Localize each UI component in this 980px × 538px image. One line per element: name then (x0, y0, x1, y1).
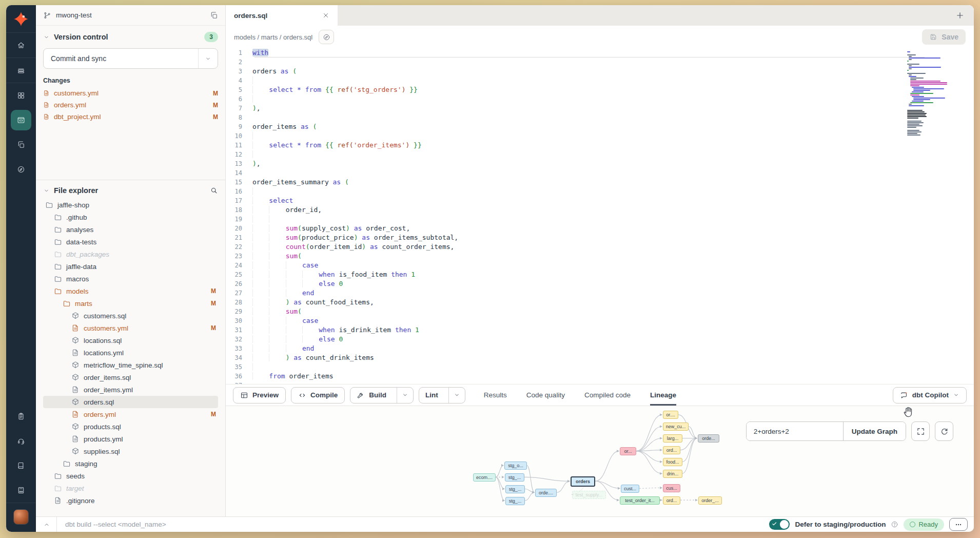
lineage-node-orde_g[interactable]: orde... (698, 434, 719, 443)
lineage-node-or_p[interactable]: or... (620, 447, 636, 455)
rail-clipboard-icon[interactable] (6, 404, 36, 429)
project-name: mwong-test (56, 11, 92, 19)
results-tab-results[interactable]: Results (484, 385, 507, 406)
file-tree-item[interactable]: customers.sql (43, 310, 218, 322)
model-icon (71, 361, 80, 369)
duplicate-icon[interactable] (210, 11, 218, 20)
file-tree-item[interactable]: macros (43, 273, 218, 285)
lineage-node-stg_o[interactable]: stg_o... (504, 462, 527, 470)
fullscreen-button[interactable] (911, 421, 930, 441)
lineage-node-orde_m[interactable]: orde.... (535, 489, 557, 497)
new-tab-button[interactable] (946, 5, 974, 26)
lineage-selector-input[interactable] (747, 422, 843, 440)
file-tree-item[interactable]: locations.yml (43, 347, 218, 359)
expand-icon (916, 427, 925, 436)
chevron-down-icon[interactable] (43, 34, 50, 41)
lineage-node-drin[interactable]: drin... (663, 470, 682, 478)
expand-panel-button[interactable] (41, 521, 52, 528)
dbt-logo-icon[interactable] (6, 5, 36, 33)
compile-button[interactable]: Compile (291, 387, 345, 404)
file-tree-item[interactable]: martsM (43, 297, 218, 310)
lineage-node-stg_1[interactable]: stg_... (505, 473, 524, 482)
defer-toggle[interactable] (769, 519, 790, 530)
file-tree-item[interactable]: seeds (43, 470, 218, 482)
lint-dropdown-chevron-icon[interactable] (448, 388, 465, 403)
code-editor[interactable]: 1with23orders as (4 5 select * from {{ r… (226, 48, 974, 384)
lineage-node-order_f[interactable]: order_... (698, 496, 722, 505)
commit-and-sync-select[interactable]: Commit and sync (43, 48, 218, 69)
editor-minimap[interactable] (907, 51, 947, 136)
model-icon (71, 398, 80, 406)
file-tree-item[interactable]: products.yml (43, 433, 218, 445)
divider (56, 517, 57, 532)
lineage-node-cus_p[interactable]: cus... (663, 484, 680, 492)
user-avatar[interactable] (13, 509, 29, 525)
rail-docs-icon[interactable] (6, 453, 36, 478)
file-tree-item[interactable]: analyses (43, 223, 218, 236)
rail-ide-icon[interactable] (6, 108, 36, 132)
dbt-copilot-button[interactable]: dbt Copilot (893, 387, 967, 404)
changed-file[interactable]: dbt_project.ymlM (43, 111, 218, 123)
lineage-node-ord_a[interactable]: ord... (663, 446, 680, 454)
save-button[interactable]: Save (922, 29, 966, 45)
rail-stack-icon[interactable] (6, 58, 36, 83)
file-tree-item[interactable]: data-tests (43, 236, 218, 248)
file-tree-item[interactable]: orders.sql (43, 396, 218, 408)
lineage-node-larg[interactable]: larg... (663, 434, 682, 443)
lineage-node-test_supply[interactable]: test_supply... (572, 491, 606, 499)
preview-button[interactable]: Preview (233, 387, 286, 404)
rail-copy-icon[interactable] (6, 132, 36, 157)
rail-terminal-icon[interactable] (6, 478, 36, 503)
file-tree-item[interactable]: products.sql (43, 420, 218, 433)
open-in-explore-button[interactable] (319, 30, 334, 44)
code-line: 33 end (226, 344, 974, 353)
file-tree-item[interactable]: staging (43, 457, 218, 470)
help-icon[interactable] (891, 521, 898, 528)
commit-dropdown-chevron-icon[interactable] (198, 49, 218, 68)
file-tree-item[interactable]: jaffle-shop (43, 199, 218, 211)
file-tree-item[interactable]: customers.ymlM (43, 322, 218, 334)
lineage-node-stg_2[interactable]: stg_... (505, 485, 525, 493)
rail-compass-icon[interactable] (6, 157, 36, 182)
lineage-node-food[interactable]: food... (663, 458, 682, 466)
chevron-down-icon[interactable] (43, 187, 50, 194)
changed-file[interactable]: customers.ymlM (43, 87, 218, 99)
search-icon[interactable] (210, 186, 218, 195)
results-tab-compiled-code[interactable]: Compiled code (584, 385, 631, 406)
lineage-node-or_y[interactable]: or.... (663, 411, 678, 419)
tab-orders-sql[interactable]: orders.sql (226, 5, 338, 26)
file-tree-item[interactable]: supplies.sql (43, 445, 218, 457)
lint-button[interactable]: Lint (419, 387, 465, 404)
lineage-node-ord_b[interactable]: ord... (663, 496, 680, 505)
results-tab-lineage[interactable]: Lineage (650, 385, 676, 406)
build-dropdown-chevron-icon[interactable] (397, 388, 413, 403)
command-input[interactable]: dbt build --select <model_name> (65, 521, 166, 528)
lineage-node-ecom[interactable]: ecom.... (473, 473, 496, 482)
rail-home-icon[interactable] (6, 33, 36, 57)
close-tab-icon[interactable] (322, 12, 329, 19)
lineage-node-orders[interactable]: orders (571, 476, 595, 487)
file-tree-item[interactable]: order_items.yml (43, 383, 218, 396)
results-tab-code-quality[interactable]: Code quality (526, 385, 565, 406)
update-graph-button[interactable]: Update Graph (843, 422, 906, 440)
more-options-button[interactable] (949, 518, 968, 531)
file-tree-item[interactable]: dbt_packages (43, 248, 218, 260)
lineage-node-cust[interactable]: cust... (621, 485, 639, 493)
lineage-node-stg_3[interactable]: stg_... (505, 497, 525, 505)
file-tree-item[interactable]: locations.sql (43, 334, 218, 347)
file-tree-item[interactable]: orders.ymlM (43, 408, 218, 420)
file-tree-item[interactable]: order_items.sql (43, 371, 218, 383)
changed-file[interactable]: orders.ymlM (43, 99, 218, 111)
file-tree-item[interactable]: .github (43, 211, 218, 223)
file-tree-item[interactable]: target (43, 482, 218, 494)
lineage-node-new_cu[interactable]: new_cu... (663, 422, 689, 431)
rail-dashboard-icon[interactable] (6, 83, 36, 108)
file-tree-item[interactable]: .gitignore (43, 494, 218, 507)
refresh-button[interactable] (935, 421, 953, 441)
rail-support-icon[interactable] (6, 429, 36, 453)
lineage-node-test_oi[interactable]: test_order_it... (620, 496, 660, 505)
file-tree-item[interactable]: modelsM (43, 285, 218, 297)
file-tree-item[interactable]: jaffle-data (43, 260, 218, 273)
file-tree-item[interactable]: metricflow_time_spine.sql (43, 359, 218, 371)
build-button[interactable]: Build (350, 387, 414, 404)
